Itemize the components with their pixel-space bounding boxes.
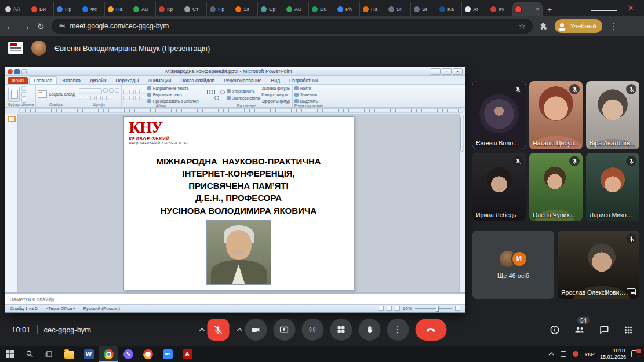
- back-button[interactable]: ←: [6, 22, 14, 31]
- tray-expand-caret[interactable]: [548, 350, 555, 357]
- bold-button[interactable]: [79, 96, 83, 100]
- browser-tab[interactable]: Ви: [28, 2, 53, 16]
- zoom-slider[interactable]: [415, 308, 452, 309]
- browser-tab[interactable]: Ph: [334, 2, 359, 16]
- slideshow-view-button[interactable]: [395, 306, 400, 311]
- save-icon[interactable]: [14, 69, 20, 74]
- bullets-button[interactable]: [123, 90, 128, 94]
- slides-panel[interactable]: [5, 114, 18, 292]
- presentation-thumbnail-icon[interactable]: [8, 42, 23, 54]
- undo-icon[interactable]: [21, 69, 27, 74]
- participant-tile[interactable]: Ярослав Олексійови…: [558, 231, 639, 299]
- replace-button[interactable]: Заменить: [300, 92, 317, 98]
- ppt-close-button[interactable]: ✕: [453, 68, 463, 75]
- browser-tab[interactable]: Пр: [206, 2, 232, 16]
- office-logo-icon[interactable]: [8, 69, 13, 74]
- notes-pane[interactable]: Заметки к слайду: [5, 292, 465, 304]
- ribbon-tab-slideshow[interactable]: Показ слайдов: [176, 77, 219, 84]
- align-text-button[interactable]: Выровнять текст: [153, 92, 183, 98]
- meeting-details-icon[interactable]: [550, 324, 560, 335]
- people-icon[interactable]: 54: [574, 324, 585, 335]
- chrome-button[interactable]: [99, 346, 118, 362]
- word-button[interactable]: W: [79, 346, 99, 362]
- tray-recording-icon[interactable]: [572, 350, 579, 357]
- browser-tab[interactable]: (6): [2, 2, 28, 16]
- viber-button[interactable]: [118, 346, 138, 362]
- participant-tile[interactable]: Наталія Цибул…: [529, 81, 583, 149]
- sorter-view-button[interactable]: [387, 306, 392, 311]
- quick-styles-button[interactable]: Экспресс-стили: [232, 96, 260, 101]
- shape-icon[interactable]: [209, 96, 213, 100]
- ribbon-tab-developer[interactable]: Разработчик: [285, 77, 322, 84]
- shrink-font-button[interactable]: [115, 88, 119, 93]
- cut-button[interactable]: [21, 86, 26, 91]
- select-button[interactable]: Выделить: [300, 98, 318, 104]
- browser-tab[interactable]: Du: [308, 2, 334, 16]
- shape-icon[interactable]: [214, 90, 219, 94]
- shape-fill-button[interactable]: Заливка фигуры: [261, 86, 290, 92]
- bookmark-star-icon[interactable]: ☆: [519, 23, 526, 30]
- leave-call-button[interactable]: [415, 319, 446, 341]
- browser-tab[interactable]: Ar: [461, 2, 487, 16]
- slide[interactable]: КНУ КРИВОРІЗЬКИЙ НАЦІОНАЛЬНИЙ УНІВЕРСИТЕ…: [123, 116, 354, 290]
- shape-icon[interactable]: [214, 96, 219, 100]
- participant-tile[interactable]: Олена Чуних…: [529, 153, 583, 221]
- browser2-button[interactable]: [138, 346, 158, 362]
- shape-line-icon[interactable]: [203, 98, 208, 98]
- acrobat-button[interactable]: A: [177, 346, 197, 362]
- browser-tab[interactable]: St: [385, 2, 410, 16]
- participant-tile[interactable]: Ирина Лебедь: [472, 153, 526, 221]
- ribbon-tab-home[interactable]: Главная: [29, 76, 57, 84]
- extensions-icon[interactable]: [540, 22, 548, 30]
- browser-tab[interactable]: Ст: [181, 2, 206, 16]
- numbering-button[interactable]: [129, 90, 134, 94]
- more-participants-tile[interactable]: И Ще 46 осіб: [472, 231, 554, 299]
- action-center-icon[interactable]: [631, 350, 639, 357]
- browser-tab[interactable]: Au: [283, 2, 308, 16]
- new-slide-button[interactable]: Создать слайд: [49, 92, 75, 97]
- reactions-button[interactable]: ☺: [301, 319, 323, 341]
- taskbar-clock[interactable]: 10:01 15.01.2026: [600, 348, 626, 361]
- browser-tab[interactable]: Ку: [487, 2, 512, 16]
- browser-tab[interactable]: За: [232, 2, 257, 16]
- ppt-minimize-button[interactable]: –: [431, 68, 441, 75]
- window-close-button[interactable]: ✕: [617, 0, 644, 16]
- paste-button[interactable]: [8, 87, 20, 102]
- shape-circle-icon[interactable]: [209, 90, 213, 94]
- new-slide-icon[interactable]: [38, 90, 47, 98]
- smartart-button[interactable]: Преобразовать в SmartArt: [153, 98, 199, 104]
- browser-tab[interactable]: На: [104, 2, 130, 16]
- ribbon-tab-transitions[interactable]: Переходы: [111, 77, 143, 84]
- language-status[interactable]: Русский (Россия): [83, 306, 119, 311]
- mic-muted-button[interactable]: [207, 319, 229, 341]
- ribbon-tab-animations[interactable]: Анимации: [144, 77, 175, 84]
- italic-button[interactable]: [85, 96, 89, 100]
- shape-icon[interactable]: [220, 90, 225, 94]
- browser-tab[interactable]: Кр: [155, 2, 181, 16]
- ppt-maximize-button[interactable]: ▫: [442, 68, 452, 75]
- shape-outline-button[interactable]: Контур фигуры: [261, 92, 290, 98]
- browser-tab[interactable]: Пр: [53, 2, 79, 16]
- ribbon-tab-file[interactable]: Файл: [8, 77, 28, 84]
- tray-app-icon[interactable]: [560, 350, 567, 357]
- file-explorer-button[interactable]: [59, 346, 79, 362]
- slide-canvas[interactable]: КНУ КРИВОРІЗЬКИЙ НАЦІОНАЛЬНИЙ УНІВЕРСИТЕ…: [18, 114, 459, 292]
- participant-tile[interactable]: Віра Анатоліїв…: [586, 81, 639, 149]
- align-left-button[interactable]: [123, 96, 128, 100]
- align-right-button[interactable]: [135, 96, 140, 100]
- justify-button[interactable]: [141, 96, 145, 100]
- ribbon-tab-design[interactable]: Дизайн: [86, 77, 111, 84]
- ribbon-tab-review[interactable]: Рецензирование: [220, 77, 266, 84]
- browser-tab[interactable]: Ka: [436, 2, 461, 16]
- participant-tile[interactable]: Лариса Мико…: [586, 153, 639, 221]
- mic-options-caret[interactable]: [198, 319, 206, 341]
- tab-close-icon[interactable]: ✕: [535, 6, 540, 12]
- format-painter-button[interactable]: [21, 98, 26, 103]
- fit-to-window-button[interactable]: [455, 306, 460, 311]
- layout-button[interactable]: [330, 319, 352, 341]
- shape-effects-button[interactable]: Эффекты фигур: [261, 98, 290, 104]
- new-tab-button[interactable]: +: [543, 2, 556, 16]
- shadow-button[interactable]: [96, 96, 101, 100]
- address-bar[interactable]: meet.google.com/cec-gqcg-bym ☆: [52, 19, 533, 34]
- font-color-button[interactable]: [108, 96, 112, 100]
